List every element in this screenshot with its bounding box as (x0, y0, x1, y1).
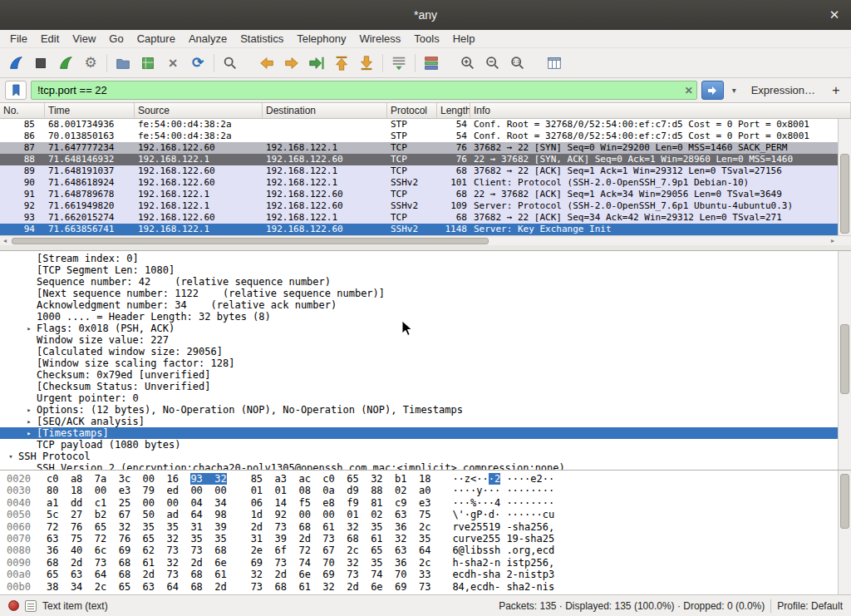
zoom-in-button[interactable] (455, 52, 480, 75)
first-packet-button[interactable] (329, 52, 354, 75)
detail-line[interactable]: TCP payload (1080 bytes) (0, 439, 851, 451)
packet-row-92[interactable]: 9271.661949820192.168.122.1192.168.122.6… (0, 200, 851, 212)
col-header-no[interactable]: No. (0, 103, 45, 118)
close-file-button[interactable]: ✕ (160, 52, 185, 75)
hex-row[interactable]: 006072 76 65 32 35 35 31 39 2d 73 68 61 … (0, 521, 851, 533)
find-packet-button[interactable] (218, 52, 243, 75)
clear-filter-icon[interactable]: ✕ (685, 85, 693, 96)
detail-line[interactable]: Urgent pointer: 0 (0, 392, 851, 404)
packet-row-93[interactable]: 9371.662015274192.168.122.60192.168.122.… (0, 212, 851, 224)
packet-row-86[interactable]: 8670.013850163fe:54:00:d4:38:2aSTP54Conf… (0, 131, 851, 142)
hex-vscrollbar[interactable] (838, 471, 851, 594)
auto-scroll-button[interactable] (386, 52, 411, 75)
menu-wireless[interactable]: Wireless (352, 31, 407, 47)
expander-icon[interactable]: ▸ (22, 323, 37, 334)
packet-row-89[interactable]: 8971.648191037192.168.122.60192.168.122.… (0, 165, 851, 177)
expander-icon[interactable]: ▸ (22, 416, 37, 427)
close-icon[interactable]: ✕ (826, 7, 843, 23)
zoom-original-button[interactable]: 1:1 (505, 52, 530, 75)
detail-line[interactable]: [Stream index: 0] (0, 253, 851, 264)
hex-row[interactable]: 00a065 63 64 68 2d 73 68 61 32 2d 6e 69 … (0, 569, 851, 580)
detail-line[interactable]: Checksum: 0x79ed [unverified] (0, 369, 851, 381)
filter-bookmark-button[interactable] (5, 81, 27, 100)
hex-row[interactable]: 009068 2d 73 68 61 32 2d 6e 69 73 74 70 … (0, 557, 851, 569)
hex-row[interactable]: 008036 40 6c 69 62 73 73 68 2e 6f 72 67 … (0, 545, 851, 556)
menu-edit[interactable]: Edit (34, 31, 66, 47)
detail-line[interactable]: Window size value: 227 (0, 334, 851, 346)
detail-line[interactable]: [Checksum Status: Unverified] (0, 381, 851, 392)
start-capture-button[interactable] (3, 52, 28, 75)
hscroll-thumb[interactable] (12, 238, 489, 244)
menu-help[interactable]: Help (446, 31, 482, 47)
reload-button[interactable]: ⟳ (185, 52, 210, 75)
detail-line-timestamps-selected[interactable]: ▸[Timestamps] (0, 427, 851, 439)
menu-statistics[interactable]: Statistics (234, 31, 290, 47)
expander-icon[interactable]: ▸ (22, 427, 37, 439)
restart-capture-button[interactable] (53, 52, 78, 75)
menu-capture[interactable]: Capture (130, 31, 182, 47)
save-file-button[interactable] (135, 52, 160, 75)
col-header-time[interactable]: Time (45, 103, 135, 118)
col-header-info[interactable]: Info (470, 103, 851, 118)
hex-row[interactable]: 00505c 27 b2 67 50 ad 64 98 1d 92 00 00 … (0, 509, 851, 520)
packet-row-87[interactable]: 8771.647777234192.168.122.60192.168.122.… (0, 142, 851, 154)
detail-line[interactable]: [Window size scaling factor: 128] (0, 357, 851, 369)
hex-row[interactable]: 007063 75 72 76 65 32 35 35 31 39 2d 73 … (0, 533, 851, 545)
menu-analyze[interactable]: Analyze (182, 31, 234, 47)
packet-row-94-selected[interactable]: 9471.663856741192.168.122.1192.168.122.6… (0, 224, 851, 235)
detail-line[interactable]: 1000 .... = Header Length: 32 bytes (8) (0, 311, 851, 323)
detail-line[interactable]: SSH Version 2 (encryption:chacha20-poly1… (0, 462, 851, 470)
details-vscrollbar[interactable] (838, 251, 851, 470)
col-header-source[interactable]: Source (135, 103, 263, 118)
scroll-right-icon[interactable]: ▸ (828, 236, 838, 245)
detail-line-options[interactable]: ▸Options: (12 bytes), No-Operation (NOP)… (0, 404, 851, 416)
detail-line[interactable]: Sequence number: 42 (relative sequence n… (0, 276, 851, 288)
hex-row[interactable]: 0020c0 a8 7a 3c 00 16 93 32 85 a3 ac c0 … (0, 473, 851, 485)
detail-line[interactable]: [Calculated window size: 29056] (0, 346, 851, 357)
col-header-length[interactable]: Length (437, 103, 470, 118)
scroll-left-icon[interactable]: ◂ (0, 236, 10, 245)
col-header-destination[interactable]: Destination (263, 103, 387, 118)
col-header-protocol[interactable]: Protocol (387, 103, 437, 118)
profile-label[interactable]: Profile: Default (777, 600, 843, 612)
go-forward-button[interactable] (279, 52, 304, 75)
apply-filter-button[interactable] (701, 81, 724, 100)
menu-tools[interactable]: Tools (407, 31, 445, 47)
menu-go[interactable]: Go (102, 31, 130, 47)
hex-row[interactable]: 003080 18 00 e3 79 ed 00 00 01 01 08 0a … (0, 485, 851, 496)
add-filter-button[interactable]: + (826, 81, 846, 100)
resize-columns-button[interactable] (542, 52, 567, 75)
detail-line-ssh-protocol[interactable]: ▾SSH Protocol (0, 451, 851, 462)
detail-line-seqack[interactable]: ▸[SEQ/ACK analysis] (0, 416, 851, 427)
go-to-packet-button[interactable] (304, 52, 329, 75)
detail-line[interactable]: [Next sequence number: 1122 (relative se… (0, 288, 851, 299)
vscroll-thumb[interactable] (840, 154, 849, 234)
capture-options-button[interactable]: ⚙ (78, 52, 103, 75)
packet-row-85[interactable]: 8568.001734936fe:54:00:d4:38:2aSTP54Conf… (0, 119, 851, 131)
last-packet-button[interactable] (354, 52, 379, 75)
vscroll-thumb[interactable] (840, 474, 849, 529)
hex-row[interactable]: 00b038 34 2c 65 63 64 68 2d 73 68 61 32 … (0, 581, 851, 593)
packet-row-90[interactable]: 9071.648618924192.168.122.60192.168.122.… (0, 177, 851, 189)
capture-comment-icon[interactable] (25, 600, 37, 612)
detail-line-flags[interactable]: ▸Flags: 0x018 (PSH, ACK) (0, 323, 851, 334)
menu-view[interactable]: View (66, 31, 102, 47)
stop-capture-button[interactable] (28, 52, 53, 75)
open-file-button[interactable] (111, 52, 135, 75)
colorize-button[interactable] (419, 52, 444, 75)
menu-file[interactable]: File (3, 31, 34, 47)
expert-info-icon[interactable] (8, 600, 19, 611)
expander-icon[interactable]: ▸ (22, 404, 37, 416)
packet-list-vscrollbar[interactable] (838, 119, 851, 235)
packet-row-88[interactable]: 8871.648146932192.168.122.1192.168.122.6… (0, 154, 851, 165)
menu-telephony[interactable]: Telephony (290, 31, 352, 47)
detail-line[interactable]: Acknowledgment number: 34 (relative ack … (0, 299, 851, 311)
expander-icon[interactable]: ▾ (3, 451, 18, 462)
go-back-button[interactable] (254, 52, 279, 75)
packet-row-91[interactable]: 9171.648789678192.168.122.1192.168.122.6… (0, 189, 851, 200)
filter-dropdown-button[interactable]: ▾ (728, 81, 740, 100)
packet-list-hscrollbar[interactable]: ◂ ▸ (0, 235, 851, 245)
detail-line[interactable]: [TCP Segment Len: 1080] (0, 264, 851, 276)
zoom-out-button[interactable] (480, 52, 505, 75)
display-filter-input[interactable] (31, 81, 697, 100)
